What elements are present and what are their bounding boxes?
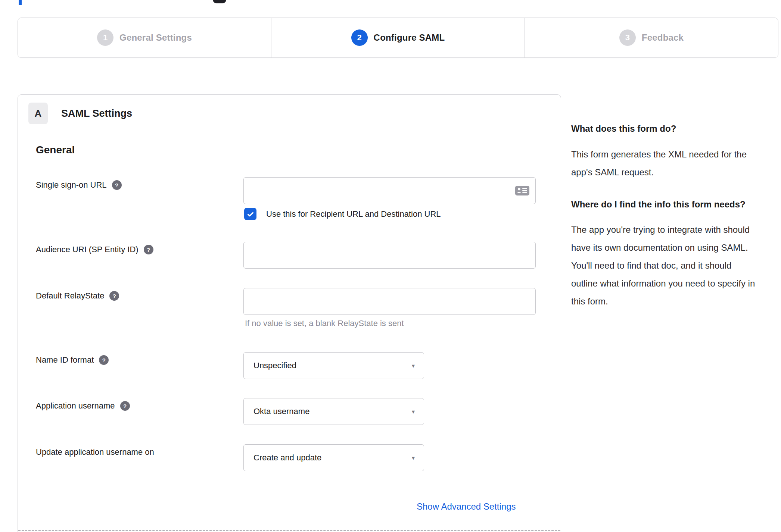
help-sidebar: What does this form do? This form genera… [571, 121, 758, 310]
default-relaystate-input[interactable] [243, 288, 536, 315]
panel-title: SAML Settings [61, 108, 132, 119]
section-a-badge: A [28, 103, 48, 124]
help-heading-2: Where do I find the info this form needs… [571, 197, 758, 212]
clipped-blue-fragment [19, 0, 22, 5]
step-2-label: Configure SAML [374, 32, 445, 43]
name-id-format-select[interactable]: Unspecified ▾ [243, 352, 424, 379]
audience-uri-label-text: Audience URI (SP Entity ID) [36, 245, 139, 254]
checkmark-icon [246, 210, 255, 218]
show-advanced-settings-link[interactable]: Show Advanced Settings [417, 501, 516, 512]
clipped-dark-icon [213, 0, 226, 3]
help-icon[interactable]: ? [109, 291, 119, 301]
step-configure-saml[interactable]: 2 Configure SAML [271, 18, 525, 57]
audience-uri-input-wrap [243, 242, 536, 269]
name-id-format-label: Name ID format ? [36, 355, 109, 365]
default-relaystate-input-wrap [243, 288, 536, 315]
step-3-label: Feedback [642, 32, 684, 43]
relaystate-hint: If no value is set, a blank RelayState i… [245, 319, 404, 328]
dashed-section-divider [18, 530, 560, 531]
recipient-url-checkbox-row: Use this for Recipient URL and Destinati… [244, 208, 441, 220]
application-username-select[interactable]: Okta username ▾ [243, 398, 424, 425]
single-sign-on-url-input[interactable] [243, 177, 536, 204]
audience-uri-input[interactable] [243, 242, 536, 269]
help-icon[interactable]: ? [144, 245, 153, 254]
help-icon[interactable]: ? [112, 180, 122, 190]
application-username-label-text: Application username [36, 401, 115, 411]
step-1-label: General Settings [119, 32, 192, 43]
chevron-down-icon: ▾ [412, 454, 415, 461]
chevron-down-icon: ▾ [412, 362, 415, 369]
update-username-on-label: Update application username on [36, 447, 154, 457]
update-username-on-select[interactable]: Create and update ▾ [243, 444, 424, 471]
recipient-url-checkbox-label: Use this for Recipient URL and Destinati… [266, 209, 441, 219]
update-username-on-value: Create and update [253, 453, 321, 463]
help-body-1: This form generates the XML needed for t… [571, 145, 758, 181]
single-sign-on-url-input-wrap [243, 177, 536, 204]
name-id-format-value: Unspecified [253, 361, 296, 370]
step-general-settings[interactable]: 1 General Settings [18, 18, 271, 57]
step-1-number-badge: 1 [97, 29, 113, 46]
default-relaystate-label: Default RelayState ? [36, 291, 119, 301]
help-icon[interactable]: ? [120, 401, 130, 411]
help-icon[interactable]: ? [99, 355, 109, 365]
wizard-stepper: 1 General Settings 2 Configure SAML 3 Fe… [18, 18, 778, 58]
update-username-on-label-text: Update application username on [36, 447, 154, 457]
step-3-number-badge: 3 [619, 29, 636, 46]
general-section-heading: General [36, 144, 75, 156]
step-2-number-badge: 2 [351, 29, 368, 46]
audience-uri-label: Audience URI (SP Entity ID) ? [36, 245, 153, 254]
help-heading-1: What does this form do? [571, 121, 758, 136]
default-relaystate-label-text: Default RelayState [36, 291, 104, 301]
name-id-format-label-text: Name ID format [36, 355, 94, 365]
application-username-label: Application username ? [36, 401, 130, 411]
saml-settings-panel: A SAML Settings General Single sign-on U… [18, 94, 561, 532]
recipient-url-checkbox[interactable] [244, 208, 256, 220]
help-body-2: The app you're trying to integrate with … [571, 221, 758, 310]
chevron-down-icon: ▾ [412, 408, 415, 415]
contact-card-icon [515, 185, 530, 196]
application-username-value: Okta username [253, 407, 309, 416]
single-sign-on-url-label-text: Single sign-on URL [36, 180, 107, 190]
single-sign-on-url-label: Single sign-on URL ? [36, 180, 122, 190]
step-feedback[interactable]: 3 Feedback [525, 18, 778, 57]
